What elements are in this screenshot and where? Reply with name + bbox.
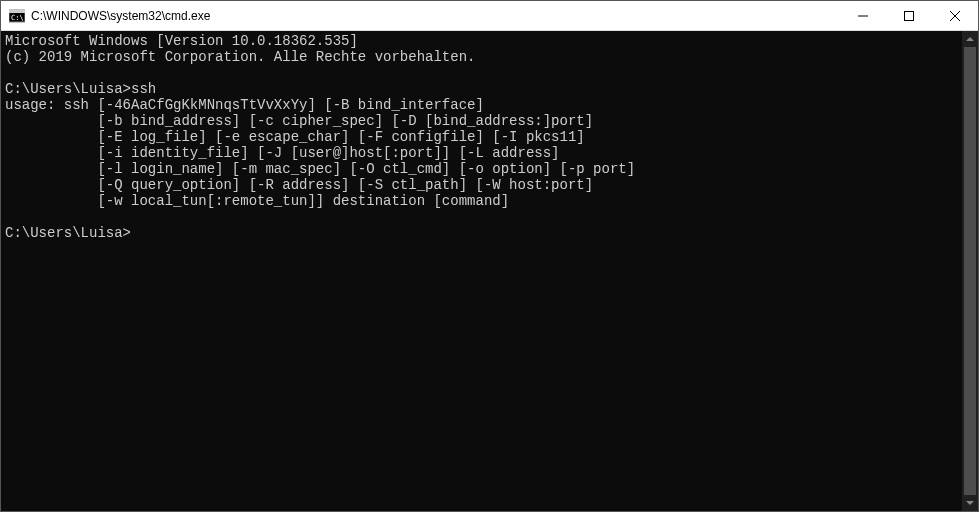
cmd-icon: C:\ (9, 8, 25, 24)
svg-marker-8 (966, 501, 974, 505)
svg-marker-7 (966, 37, 974, 41)
terminal-line (5, 209, 958, 225)
close-button[interactable] (932, 1, 978, 30)
scroll-up-icon[interactable] (962, 31, 978, 47)
terminal-line: [-E log_file] [-e escape_char] [-F confi… (5, 129, 958, 145)
svg-rect-4 (905, 11, 914, 20)
window-title: C:\WINDOWS\system32\cmd.exe (31, 1, 840, 31)
terminal-line: Microsoft Windows [Version 10.0.18362.53… (5, 33, 958, 49)
terminal-line: (c) 2019 Microsoft Corporation. Alle Rec… (5, 49, 958, 65)
terminal-line: [-i identity_file] [-J [user@]host[:port… (5, 145, 958, 161)
window-controls (840, 1, 978, 30)
scroll-track[interactable] (962, 47, 978, 495)
terminal-line: usage: ssh [-46AaCfGgKkMNnqsTtVvXxYy] [-… (5, 97, 958, 113)
cmd-window: C:\ C:\WINDOWS\system32\cmd.exe (0, 0, 979, 512)
scroll-down-icon[interactable] (962, 495, 978, 511)
maximize-icon (904, 11, 914, 21)
scroll-thumb[interactable] (964, 47, 976, 495)
scrollbar[interactable] (962, 31, 978, 511)
close-icon (950, 11, 960, 21)
terminal-line: [-w local_tun[:remote_tun]] destination … (5, 193, 958, 209)
terminal-line: [-l login_name] [-m mac_spec] [-O ctl_cm… (5, 161, 958, 177)
terminal-line: C:\Users\Luisa>ssh (5, 81, 958, 97)
terminal-line: [-Q query_option] [-R address] [-S ctl_p… (5, 177, 958, 193)
terminal-line: [-b bind_address] [-c cipher_spec] [-D [… (5, 113, 958, 129)
terminal-area: Microsoft Windows [Version 10.0.18362.53… (1, 31, 978, 511)
svg-rect-1 (9, 10, 25, 13)
terminal-output[interactable]: Microsoft Windows [Version 10.0.18362.53… (1, 31, 962, 511)
minimize-button[interactable] (840, 1, 886, 30)
minimize-icon (858, 11, 868, 21)
maximize-button[interactable] (886, 1, 932, 30)
terminal-line: C:\Users\Luisa> (5, 225, 958, 241)
titlebar[interactable]: C:\ C:\WINDOWS\system32\cmd.exe (1, 1, 978, 31)
terminal-line (5, 65, 958, 81)
svg-text:C:\: C:\ (11, 14, 24, 22)
